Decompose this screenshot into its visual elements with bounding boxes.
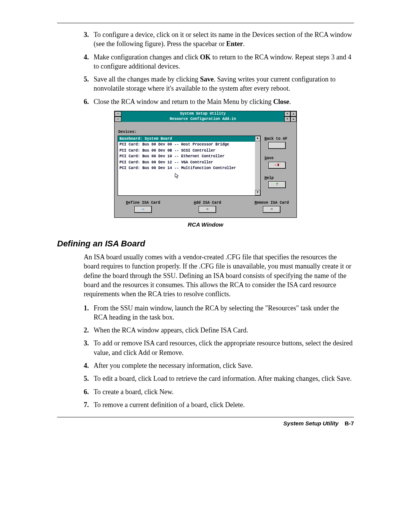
step-number: 6. [84,387,94,396]
section-heading: Defining an ISA Board [57,238,354,249]
step-text: From the SSU main window, launch the RCA… [94,304,354,322]
step-text: To configure a device, click on it or se… [94,30,354,49]
step-number: 2. [84,326,94,335]
device-list-item[interactable]: PCI Card: Bus 00 Dev 0B -- SCSI Controll… [118,148,255,154]
scroll-down-icon[interactable]: ▼ [255,190,260,195]
page-footer: System Setup Utility B-7 [57,420,354,427]
back-to-af-label: Back to AF [264,136,293,142]
step-text: To create a board, click New. [94,387,354,396]
save-label: Save [264,156,293,161]
step-number: 4. [84,53,94,71]
step-text: To add or remove ISA card resources, cli… [94,339,354,357]
step-text: When the RCA window appears, click Defin… [94,326,354,335]
device-list-item[interactable]: Baseboard: System Board [118,136,255,142]
back-to-af-button[interactable] [268,142,286,149]
step-text: Close the RCA window and return to the M… [94,97,354,106]
step-item: 3.To configure a device, click on it or … [84,30,354,49]
step-number: 5. [84,374,94,383]
devices-label: Devices: [118,129,293,135]
step-item: 6.To create a board, click New. [84,387,354,396]
step-item: 2.When the RCA window appears, click Def… [84,326,354,335]
section-paragraph: An ISA board usually comes with a vendor… [84,252,354,299]
step-item: 7.To remove a current definition of a bo… [84,400,354,409]
steps-list-a: 3.To configure a device, click on it or … [84,30,354,106]
remove-isa-label: Remove ISA Card [255,200,289,206]
step-text: To edit a board, click Load to retrieve … [94,374,354,383]
outer-window-title: System Setup Utility [121,111,284,117]
scroll-up-icon[interactable]: ▲ [255,136,260,141]
add-isa-label: Add ISA Card [194,200,221,206]
step-item: 5.Save all the changes made by clicking … [84,75,354,93]
step-number: 5. [84,75,94,93]
step-text: To remove a current definition of a boar… [94,400,354,409]
device-list-item[interactable]: PCI Card: Bus 00 Dev 10 -- Ethernet Cont… [118,153,255,160]
help-button[interactable]: ? [268,181,286,188]
minimize-icon[interactable]: ▾ [284,111,290,117]
listbox-scrollbar[interactable]: ▲ ▼ [255,136,260,195]
device-list-item[interactable]: PCI Card: Bus 00 Dev 00 -- Host Processo… [118,142,255,148]
step-number: 1. [84,304,94,322]
step-number: 3. [84,339,94,357]
step-number: 7. [84,400,94,409]
help-label: Help [264,176,293,181]
step-item: 5.To edit a board, click Load to retriev… [84,374,354,383]
inner-titlebar: — Resource Configuration Add-in ▾ ▴ [115,117,296,122]
footer-page-number: B-7 [345,420,354,427]
define-isa-label: Define ISA Card [126,200,160,206]
step-text: After you complete the necessary informa… [94,361,354,370]
save-button[interactable]: ⇠∎ [268,162,286,169]
step-item: 6.Close the RCA window and return to the… [84,97,354,106]
device-list-item[interactable]: PCI Card: Bus 00 Dev 12 -- VGA Controlle… [118,160,255,166]
bottom-rule [57,417,354,417]
step-item: 1.From the SSU main window, launch the R… [84,304,354,322]
step-number: 3. [84,30,94,49]
step-item: 4.Make configuration changes and click O… [84,53,354,71]
device-list-item[interactable]: PCI Card: Bus 00 Dev 14 -- Multifunction… [118,165,255,171]
inner-window-title: Resource Configuration Add-in [121,117,284,122]
top-rule [57,23,354,23]
step-number: 6. [84,97,94,106]
inner-maximize-icon[interactable]: ▴ [290,117,296,122]
step-number: 4. [84,361,94,370]
inner-system-menu-icon[interactable]: — [115,117,121,122]
footer-title: System Setup Utility [284,420,339,427]
rca-window-figure: — System Setup Utility ▾ ▴ — Resource Co… [114,111,297,218]
maximize-icon[interactable]: ▴ [290,111,296,117]
inner-minimize-icon[interactable]: ▾ [284,117,290,122]
add-isa-button[interactable]: ⌗ [199,206,216,213]
steps-list-b: 1.From the SSU main window, launch the R… [84,304,354,410]
step-text: Make configuration changes and click OK … [94,53,354,71]
step-item: 3.To add or remove ISA card resources, c… [84,339,354,357]
step-item: 4.After you complete the necessary infor… [84,361,354,370]
system-menu-icon[interactable]: — [115,111,121,117]
devices-listbox[interactable]: Baseboard: System BoardPCI Card: Bus 00 … [118,136,261,196]
figure-caption: RCA Window [57,221,354,228]
step-text: Save all the changes made by clicking Sa… [94,75,354,93]
remove-isa-button[interactable]: ⌗ [263,206,280,213]
outer-titlebar: — System Setup Utility ▾ ▴ [115,111,296,117]
define-isa-button[interactable]: ▭ [134,206,152,213]
